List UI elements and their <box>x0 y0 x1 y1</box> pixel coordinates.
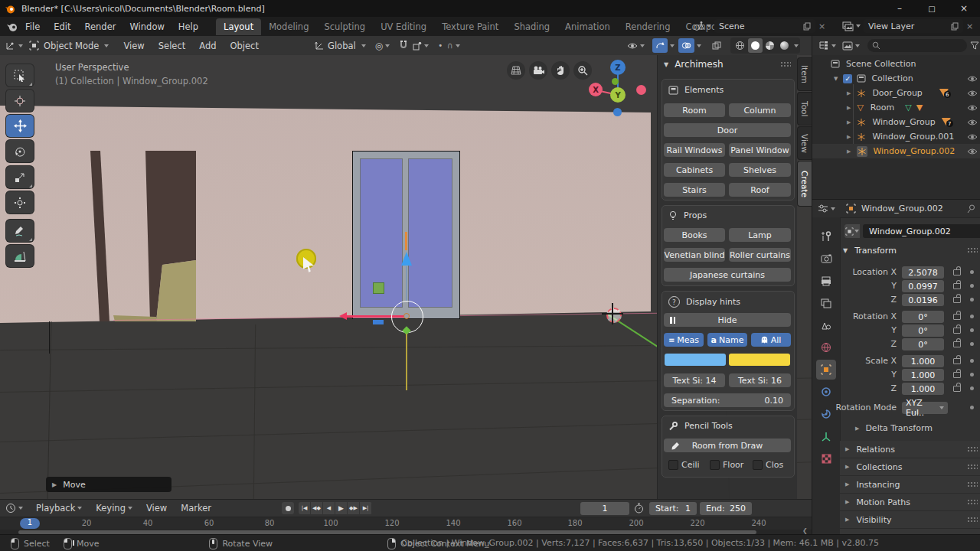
nav-axis-y[interactable]: Y <box>610 87 626 103</box>
orientation-dropdown[interactable]: Global ◎ • ∩ <box>314 41 460 51</box>
animate-dot[interactable] <box>970 342 974 346</box>
floor-checkbox[interactable] <box>710 460 720 470</box>
properties-editor-icon[interactable] <box>818 204 835 214</box>
menu-object[interactable]: Object <box>224 41 266 51</box>
outliner-row-collection[interactable]: ▼ ✓ Collection <box>812 71 980 86</box>
scene-name-field[interactable]: Scene <box>714 19 815 33</box>
pin-icon[interactable] <box>967 204 975 214</box>
view-layer-field[interactable]: View Layer <box>864 19 963 33</box>
rotation-z-field[interactable]: 0° <box>902 338 944 350</box>
collapse-icon[interactable]: ▼ <box>834 76 838 82</box>
start-frame-field[interactable]: Start:1 <box>649 502 697 515</box>
lock-icon[interactable] <box>953 328 961 334</box>
unlink-scene-icon[interactable]: × <box>818 21 825 31</box>
scroll-arrow-icon[interactable]: ❮ <box>802 527 808 534</box>
location-y-field[interactable]: 0.0997 <box>902 280 944 292</box>
marker-menu[interactable]: Marker <box>174 503 218 514</box>
animate-dot[interactable] <box>970 298 974 302</box>
overlays-chevron-icon[interactable] <box>697 44 701 47</box>
workspace-tab-animation[interactable]: Animation <box>557 18 618 35</box>
gizmo-z-arrow[interactable] <box>401 252 412 266</box>
tab-view-layer-icon[interactable] <box>816 293 836 313</box>
name-size-field[interactable]: Text Si: 16 <box>729 373 791 387</box>
delta-transform-header[interactable]: ▶ Delta Transform <box>855 423 933 433</box>
tab-constraints-icon[interactable] <box>816 382 836 402</box>
operator-panel[interactable]: ▶ Move <box>46 477 172 492</box>
nav-axis-z-neg-dot[interactable] <box>613 108 622 116</box>
snap-with-icon[interactable] <box>413 41 422 51</box>
lock-icon[interactable] <box>953 297 961 303</box>
tab-output-icon[interactable] <box>816 271 836 291</box>
eye-icon[interactable] <box>967 119 978 126</box>
toggle-perspective-icon[interactable] <box>507 61 525 80</box>
scale-x-field[interactable]: 1.000 <box>902 355 944 367</box>
falloff-curve-icon[interactable]: ∩ <box>447 41 453 51</box>
section-relations[interactable]: ▶Relations <box>840 441 980 458</box>
playhead[interactable]: 1 <box>20 518 40 529</box>
rail-windows-button[interactable]: Rail Windows <box>664 143 725 157</box>
animate-dot[interactable] <box>970 406 974 409</box>
location-z-field[interactable]: 0.0196 <box>902 294 944 306</box>
workspace-tab-layout[interactable]: Layout <box>216 18 261 35</box>
all-toggle[interactable]: All <box>751 333 791 347</box>
outliner-row-window-group[interactable]: ▶ Window_Group 7 <box>812 115 980 129</box>
japanese-curtains-button[interactable]: Japanese curtains <box>664 268 791 282</box>
section-visibility[interactable]: ▶Visibility <box>840 511 980 529</box>
tool-cursor[interactable] <box>6 90 34 112</box>
section-collections[interactable]: ▶Collections <box>840 458 980 476</box>
blender-menu-icon[interactable] <box>6 21 18 33</box>
jump-to-end-button[interactable]: ▶| <box>360 502 372 514</box>
drag-dots-icon[interactable] <box>967 247 978 254</box>
outliner-row-window-group-002[interactable]: ▶ Window_Group.002 <box>812 144 980 158</box>
zoom-view-icon[interactable] <box>573 61 592 80</box>
play-reverse-button[interactable]: ◀ <box>323 502 335 514</box>
menu-window[interactable]: Window <box>122 21 171 32</box>
xray-toggle-icon[interactable] <box>709 38 724 53</box>
tool-transform[interactable] <box>6 191 34 214</box>
tool-measure[interactable] <box>6 245 34 267</box>
drag-dots-icon[interactable] <box>780 61 791 68</box>
minimize-button[interactable]: – <box>884 3 916 14</box>
close-checkbox[interactable] <box>753 460 763 470</box>
timeline-editor-icon[interactable] <box>5 503 23 514</box>
names-toggle[interactable]: aName <box>707 333 747 347</box>
outliner-row-room[interactable]: ▶ ▽ Room ▽ ▼ <box>812 100 980 115</box>
section-motion-paths[interactable]: ▶Motion Paths <box>840 494 980 511</box>
pivot-point-icon[interactable]: ◎ <box>375 41 383 51</box>
tool-select-box[interactable] <box>6 64 34 86</box>
shelves-button[interactable]: Shelves <box>729 163 791 177</box>
tab-tool[interactable]: Tool <box>797 92 812 126</box>
object-visibility-icon[interactable] <box>624 38 648 53</box>
menu-file[interactable]: File <box>18 21 47 32</box>
outliner-search[interactable] <box>867 39 967 52</box>
filter-icon[interactable] <box>970 41 979 50</box>
transform-panel-header[interactable]: ▼ Transform <box>840 246 980 256</box>
maximize-button[interactable]: □ <box>916 5 948 13</box>
close-button[interactable]: × <box>948 3 980 14</box>
tool-rotate[interactable] <box>6 140 34 162</box>
hide-button[interactable]: Hide <box>664 313 791 327</box>
menu-edit[interactable]: Edit <box>47 21 77 32</box>
separation-slider[interactable]: Separation:0.10 <box>664 393 791 407</box>
object-type-dropdown[interactable] <box>844 224 860 238</box>
mode-dropdown[interactable]: Object Mode <box>29 41 109 51</box>
play-button[interactable]: ▶ <box>335 502 348 514</box>
shading-material-icon[interactable] <box>763 38 777 53</box>
view-menu[interactable]: View <box>139 503 174 514</box>
lock-icon[interactable] <box>953 314 961 320</box>
panel-window-button[interactable]: Panel Window <box>729 143 791 157</box>
shading-chevron-icon[interactable] <box>794 44 799 47</box>
outliner-row-window-group-001[interactable]: ▶ Window_Group.001 <box>812 129 980 144</box>
lock-icon[interactable] <box>953 283 961 289</box>
outliner-display-mode-icon[interactable] <box>842 41 860 51</box>
shading-wireframe-icon[interactable] <box>732 38 748 53</box>
lamp-button[interactable]: Lamp <box>729 228 791 242</box>
show-gizmo-icon[interactable] <box>652 38 668 53</box>
view-layer-chevron-icon[interactable] <box>856 24 861 28</box>
gizmo-chevron-icon[interactable] <box>670 44 675 47</box>
eye-icon[interactable] <box>967 90 978 97</box>
shading-rendered-icon[interactable] <box>777 38 792 53</box>
location-x-field[interactable]: 2.5078 <box>902 266 944 279</box>
timeline-ruler[interactable]: 20 40 60 80 100 120 140 160 180 200 220 … <box>0 517 812 530</box>
expand-icon[interactable]: ▶ <box>847 90 851 96</box>
